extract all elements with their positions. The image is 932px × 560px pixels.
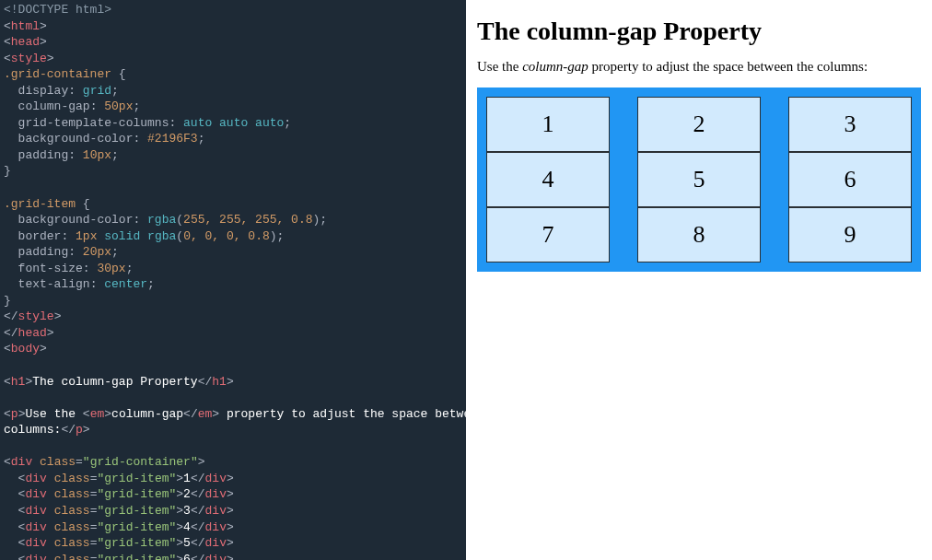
grid-cell: 1	[486, 97, 610, 152]
div-open: div	[11, 455, 32, 469]
class-attr: class	[40, 455, 76, 469]
para-text: property to adjust the space between the…	[588, 59, 868, 74]
css-prop: grid-template-columns	[18, 116, 169, 130]
grid-cell: 7	[486, 207, 610, 262]
style-close-tag: style	[18, 309, 54, 323]
para-text: Use the	[477, 59, 522, 74]
p-close: p	[76, 423, 83, 437]
doctype-line: <!DOCTYPE html>	[4, 3, 111, 17]
css-args: 255, 255, 255, 0.8	[183, 213, 312, 227]
split-layout: <!DOCTYPE html> <html> <head> <style> .g…	[0, 0, 932, 560]
source-code: <!DOCTYPE html> <html> <head> <style> .g…	[4, 2, 462, 560]
h1-text: The column-gap Property	[32, 375, 197, 389]
css-prop: display	[18, 84, 69, 98]
css-prop: border	[18, 229, 62, 243]
grid-cell: 2	[637, 97, 761, 152]
css-prop: background-color	[18, 213, 134, 227]
grid-cell: 9	[788, 207, 912, 262]
css-func: rgba	[147, 213, 176, 227]
css-func: rgba	[147, 229, 176, 243]
grid-cell: 8	[637, 207, 761, 262]
page-subtitle: Use the column-gap property to adjust th…	[477, 59, 921, 75]
css-val: center	[104, 277, 147, 291]
css-val: 30px	[97, 262, 125, 275]
css-prop: text-align	[18, 277, 90, 291]
body-open-tag: body	[11, 342, 40, 356]
p-text: property to adjust the space between the	[219, 407, 466, 421]
p-open: p	[11, 407, 18, 421]
css-prop: padding	[18, 245, 69, 259]
css-val: grid	[83, 84, 111, 98]
p-text: Use the	[25, 407, 82, 421]
grid-cell: 6	[788, 152, 912, 207]
em-open: em	[90, 407, 105, 421]
css-val: auto auto auto	[183, 116, 284, 130]
grid-container: 123456789	[477, 88, 921, 272]
grid-cell: 3	[788, 97, 912, 152]
css-prop: font-size	[18, 262, 83, 275]
style-open-tag: style	[11, 52, 47, 65]
code-editor-pane[interactable]: <!DOCTYPE html> <html> <head> <style> .g…	[0, 0, 466, 560]
css-val: solid	[104, 229, 140, 243]
head-open-tag: head	[11, 35, 40, 49]
grid-cell: 4	[486, 152, 610, 207]
class-val: grid-container	[90, 455, 191, 469]
head-close-tag: head	[18, 326, 47, 340]
css-val: #2196F3	[147, 132, 198, 146]
p-text: columns:	[4, 423, 61, 437]
css-args: 0, 0, 0, 0.8	[183, 229, 270, 243]
css-prop: column-gap	[18, 99, 90, 113]
css-val: 10px	[83, 148, 111, 162]
css-val: 1px	[76, 229, 97, 243]
selector-grid-container: .grid-container	[4, 67, 111, 81]
h1-open: h1	[11, 375, 26, 389]
grid-cell: 5	[637, 152, 761, 207]
css-prop: padding	[18, 148, 69, 162]
em-text: column-gap	[111, 407, 183, 421]
html-open-tag: html	[11, 19, 40, 33]
css-val: 20px	[83, 245, 111, 259]
em-close: em	[198, 407, 213, 421]
css-val: 50px	[104, 99, 133, 113]
css-prop: background-color	[18, 132, 134, 146]
selector-grid-item: .grid-item	[4, 197, 76, 211]
para-em: column-gap	[522, 59, 588, 74]
preview-pane: The column-gap Property Use the column-g…	[466, 0, 932, 560]
page-title: The column-gap Property	[477, 17, 921, 46]
h1-close: h1	[212, 375, 227, 389]
